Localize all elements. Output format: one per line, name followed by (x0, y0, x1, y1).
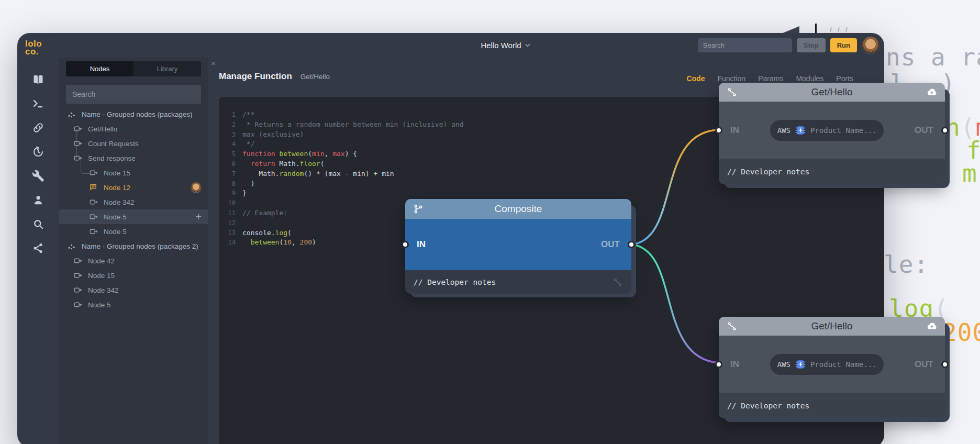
rail-item-user[interactable] (32, 194, 44, 206)
developer-notes[interactable]: // Developer notes (719, 393, 945, 418)
tree-item-get-hello[interactable]: Get/Hello (59, 121, 208, 136)
rail-item-history[interactable] (32, 146, 44, 158)
global-search-input[interactable] (698, 38, 792, 52)
get-hello-node-header[interactable]: Get/Hello (719, 83, 945, 102)
tab-modules[interactable]: Modules (796, 74, 823, 83)
in-port[interactable] (715, 127, 722, 134)
wrench-icon (32, 170, 44, 182)
get-hello-node-top[interactable]: Get/HelloINAWSProduct Name...OUT// Devel… (719, 83, 945, 184)
developer-notes[interactable]: // Developer notes (719, 159, 945, 184)
out-label: OUT (601, 239, 620, 250)
code-token: , (292, 238, 300, 246)
composite-node-header[interactable]: Composite (405, 199, 631, 219)
tree-section-name-grouped-nodes-packages-[interactable]: Name - Grouped nodes (packages) (59, 107, 208, 121)
get-hello-node-bottom[interactable]: Get/HelloINAWSProduct Name...OUT// Devel… (719, 317, 945, 418)
line-number: 11 (219, 208, 236, 218)
code-token: */ (242, 140, 254, 148)
node-title: Get/Hello (738, 320, 926, 332)
background-glyph (830, 27, 832, 32)
tree-item-node-342[interactable]: Node 342 (59, 283, 208, 297)
package-icon (73, 256, 83, 265)
rail-nav (17, 73, 59, 266)
notes-text: // Developer notes (727, 168, 809, 176)
background-glyph (838, 27, 840, 32)
project-title-dropdown[interactable]: Hello World (481, 33, 530, 58)
tree-item-node-42[interactable]: Node 42 (59, 253, 208, 268)
rail-item-link[interactable] (32, 121, 44, 134)
code-token: log (275, 229, 287, 237)
background-code-token: m (962, 159, 977, 187)
tree-connector (81, 159, 89, 174)
tab-ports[interactable]: Ports (836, 74, 853, 83)
history-icon (32, 146, 44, 158)
panel-tab-library[interactable]: Library (133, 61, 201, 76)
rail-item-book[interactable] (32, 73, 44, 86)
tree-item-node-5[interactable]: Node 5+ (59, 209, 208, 224)
book-icon (32, 73, 44, 86)
tab-function[interactable]: Function (717, 74, 745, 83)
cloud-upload-icon[interactable] (926, 86, 938, 98)
avatar[interactable] (191, 182, 202, 193)
get-hello-node-body: INAWSProduct Name...OUT (719, 336, 945, 393)
package-icon (89, 227, 98, 236)
node-tree: Name - Grouped nodes (packages)Get/Hello… (59, 107, 208, 312)
run-button[interactable]: Run (830, 38, 857, 52)
function-name: Get/Hello (300, 73, 330, 81)
tree-item-node-12[interactable]: Node 12 (59, 180, 208, 195)
cloud-upload-icon[interactable] (926, 320, 938, 332)
panel-tab-nodes[interactable]: Nodes (66, 61, 133, 76)
package-icon (89, 168, 98, 177)
resource-picker-pill[interactable]: AWSProduct Name... (770, 354, 884, 375)
rail-item-share[interactable] (32, 242, 44, 254)
code-text: console.log( (236, 228, 292, 238)
background-code-line: m() * (962, 161, 980, 185)
function-header: Manage Function Get/Hello (219, 71, 330, 82)
rail-item-search[interactable] (32, 218, 44, 230)
out-port[interactable] (941, 361, 949, 368)
line-number: 1 (219, 110, 236, 120)
resource-picker-pill[interactable]: AWSProduct Name... (770, 120, 884, 141)
tab-params[interactable]: Params (758, 74, 783, 83)
code-token: ( (287, 229, 292, 237)
stop-button[interactable]: Stop (797, 38, 826, 52)
tree-item-node-5[interactable]: Node 5 (59, 297, 208, 312)
user-avatar[interactable] (862, 37, 879, 54)
in-port[interactable] (402, 241, 409, 248)
code-text: function between(min, max) { (236, 149, 357, 159)
code-token (242, 160, 251, 168)
code-token: min (312, 150, 324, 158)
get-hello-node-header[interactable]: Get/Hello (719, 317, 945, 336)
background-code-line: le: (884, 252, 929, 276)
package-icon (73, 124, 83, 134)
code-token: ( (308, 150, 312, 158)
rail-item-wrench[interactable] (32, 170, 44, 182)
composite-node[interactable]: Composite IN OUT // Developer notes (405, 199, 631, 294)
app-logo[interactable]: lolo co. (25, 40, 42, 56)
s-curve-icon (726, 320, 738, 332)
rail-item-terminal[interactable] (32, 97, 44, 110)
code-token: floor (300, 160, 320, 168)
close-icon[interactable]: × (211, 59, 216, 68)
out-port[interactable] (628, 241, 635, 248)
developer-notes[interactable]: // Developer notes (405, 270, 631, 294)
icon-rail: lolo co. (17, 33, 59, 444)
topbar: Hello World Stop Run (59, 33, 884, 58)
topbar-actions: Stop Run (698, 33, 879, 58)
tree-item-node-342[interactable]: Node 342 (59, 195, 208, 209)
tree-item-count-requests[interactable]: Count Requests (59, 136, 208, 151)
tab-code[interactable]: Code (686, 74, 705, 83)
code-token: Math. (242, 170, 279, 177)
nodes-search-input[interactable] (66, 85, 201, 104)
background-code-token: ns a random (886, 43, 980, 71)
out-port[interactable] (941, 127, 949, 134)
code-text: */ (236, 139, 254, 149)
search-icon (32, 218, 44, 230)
tree-item-node-5[interactable]: Node 5 (59, 224, 208, 239)
tree-item-node-15[interactable]: Node 15 (59, 268, 208, 283)
add-icon[interactable]: + (195, 212, 202, 222)
link-icon (32, 121, 44, 134)
tree-section-name-grouped-nodes-packages-2-[interactable]: Name - Grouped nodes (packages 2) (59, 239, 208, 253)
in-port[interactable] (715, 361, 722, 368)
node-title: Get/Hello (738, 86, 926, 98)
panel-tabs: NodesLibrary (66, 61, 201, 76)
